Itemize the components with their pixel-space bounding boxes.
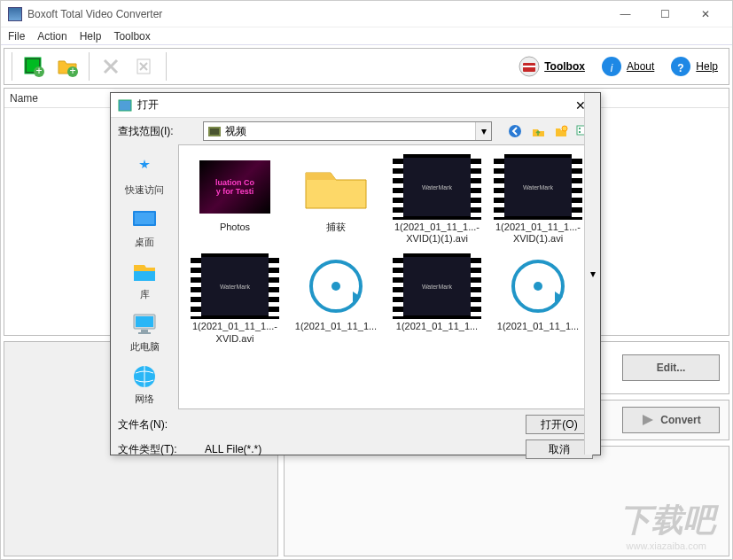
file-item[interactable]: WaterMark1(2021_01_11_1... (388, 252, 486, 346)
maximize-button[interactable]: ☐ (645, 1, 685, 27)
chevron-down-icon: ▾ (584, 93, 600, 455)
file-thumbnail (292, 253, 380, 319)
cancel-button[interactable]: 取消 (526, 439, 593, 459)
page-x-icon (136, 58, 153, 75)
chevron-down-icon: ▾ (475, 122, 491, 140)
open-dialog: 打开 ✕ 查找范围(I): 视频 ▾ 快速访问 桌面 (110, 92, 601, 455)
svg-point-18 (562, 126, 567, 131)
file-label: 1(2021_01_11_1...- XVID.avi (190, 321, 280, 344)
svg-text:?: ? (678, 62, 684, 74)
svg-text:+: + (69, 65, 75, 77)
convert-button[interactable]: Convert (622, 407, 720, 433)
up-button[interactable] (529, 122, 547, 140)
svg-rect-9 (523, 66, 535, 67)
video-folder-icon (207, 124, 222, 138)
menu-action[interactable]: Action (37, 30, 66, 43)
svg-rect-20 (579, 128, 581, 129)
add-video-button[interactable]: + (19, 52, 48, 81)
menu-toolbox[interactable]: Toolbox (113, 30, 150, 43)
libraries-icon (130, 258, 159, 286)
folder-plus-icon: + (57, 56, 78, 77)
toolbox-button[interactable]: Toolbox (513, 54, 590, 79)
toolbar: + + Toolbox i About ? Help (4, 48, 729, 85)
lookin-label: 查找范围(I): (118, 124, 198, 139)
place-network[interactable]: 网络 (116, 359, 173, 409)
svg-rect-14 (119, 100, 131, 111)
file-label: 1(2021_01_11_1... (291, 321, 381, 332)
play-icon (641, 413, 655, 427)
film-plus-icon: + (23, 56, 44, 77)
place-this-pc[interactable]: 此电脑 (116, 307, 173, 357)
help-label: Help (696, 60, 718, 73)
window-title: Boxoft Total Video Converter (27, 8, 605, 20)
help-button[interactable]: ? Help (665, 54, 723, 79)
svg-point-17 (509, 125, 521, 137)
menu-file[interactable]: File (8, 30, 25, 43)
about-label: About (627, 60, 654, 73)
file-item[interactable]: 1(2021_01_11_1... (489, 252, 587, 346)
delete-button[interactable] (97, 52, 125, 81)
file-label: 捕获 (291, 222, 381, 233)
dialog-titlebar: 打开 ✕ (111, 93, 600, 118)
file-item[interactable]: WaterMark1(2021_01_11_1...- XVID(1)(1).a… (388, 152, 486, 246)
star-icon (130, 153, 159, 182)
filetype-combo[interactable]: ALL File(*.*) ▾ (205, 443, 519, 455)
dialog-bottom: 文件名(N): ▾ 打开(O) 文件类型(T): ALL File(*.*) ▾… (111, 409, 600, 464)
lookin-value: 视频 (225, 124, 246, 139)
file-thumbnail: WaterMark (393, 253, 481, 319)
file-label: 1(2021_01_11_1... (493, 321, 583, 332)
svg-rect-23 (135, 213, 154, 224)
file-thumbnail (292, 154, 380, 220)
file-thumbnail (494, 253, 582, 319)
clear-button[interactable] (130, 52, 159, 81)
svg-text:+: + (35, 65, 42, 77)
toolbox-icon (519, 56, 540, 77)
filename-label: 文件名(N): (118, 417, 198, 432)
svg-rect-26 (136, 316, 153, 327)
svg-rect-24 (134, 271, 155, 281)
file-item[interactable]: luation Coy for TestiPhotos (186, 152, 284, 246)
add-folder-button[interactable]: + (53, 52, 82, 81)
lookin-combo[interactable]: 视频 ▾ (203, 121, 492, 141)
svg-rect-16 (210, 128, 219, 135)
nav-icons (506, 122, 593, 140)
menu-help[interactable]: Help (80, 30, 102, 43)
edit-button[interactable]: Edit... (622, 354, 720, 381)
minimize-button[interactable]: — (605, 1, 645, 27)
about-button[interactable]: i About (596, 54, 659, 79)
monitor-icon (130, 310, 159, 338)
filetype-label: 文件类型(T): (118, 442, 198, 457)
dialog-title: 打开 (137, 97, 568, 113)
help-icon: ? (670, 56, 691, 77)
file-thumbnail: luation Coy for Testi (191, 154, 279, 220)
info-icon: i (601, 56, 622, 77)
file-item[interactable]: WaterMark1(2021_01_11_1...- XVID.avi (186, 252, 284, 346)
file-item[interactable]: 捕获 (287, 152, 385, 246)
globe-icon (130, 362, 159, 391)
svg-rect-21 (579, 131, 581, 133)
svg-rect-28 (138, 332, 151, 334)
toolbox-label: Toolbox (544, 60, 585, 73)
file-thumbnail: WaterMark (191, 253, 279, 319)
file-item[interactable]: WaterMark1(2021_01_11_1...- XVID(1).avi (489, 152, 587, 246)
file-item[interactable]: 1(2021_01_11_1... (287, 252, 385, 346)
lookin-row: 查找范围(I): 视频 ▾ (111, 118, 600, 144)
file-label: 1(2021_01_11_1... (392, 321, 482, 332)
file-label: Photos (190, 222, 280, 233)
new-folder-button[interactable] (552, 122, 570, 140)
dialog-icon (118, 98, 132, 113)
open-button[interactable]: 打开(O) (526, 415, 593, 434)
titlebar: Boxoft Total Video Converter — ☐ ✕ (1, 1, 732, 27)
places-bar: 快速访问 桌面 库 此电脑 网络 (111, 144, 178, 409)
file-thumbnail: WaterMark (494, 154, 582, 220)
app-icon (8, 7, 22, 21)
place-quick-access[interactable]: 快速访问 (116, 150, 173, 200)
back-button[interactable] (506, 122, 524, 140)
place-libraries[interactable]: 库 (116, 254, 173, 305)
file-browser[interactable]: luation Coy for TestiPhotos捕获WaterMark1(… (178, 144, 595, 409)
place-desktop[interactable]: 桌面 (116, 202, 173, 253)
svg-rect-27 (141, 330, 148, 332)
x-icon (102, 58, 120, 75)
close-button[interactable]: ✕ (685, 1, 725, 27)
menu-bar: File Action Help Toolbox (1, 27, 732, 45)
